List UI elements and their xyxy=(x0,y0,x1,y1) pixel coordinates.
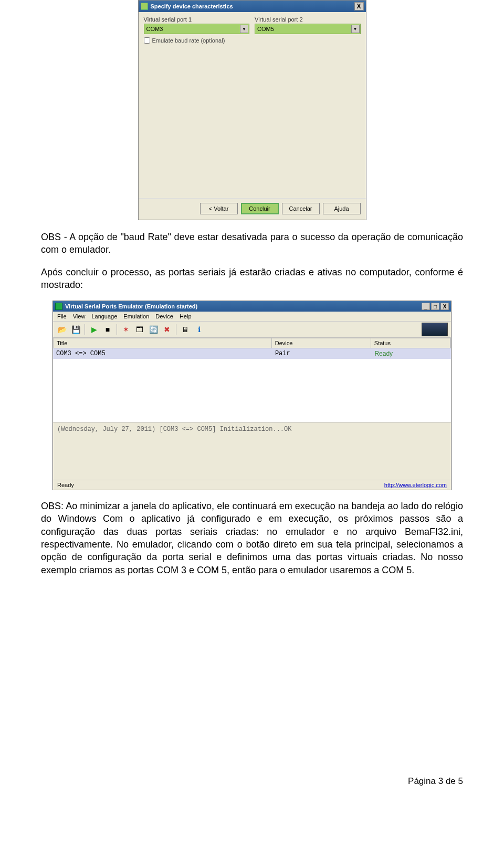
log-panel[interactable]: (Wednesday, July 27, 2011) [COM3 <=> COM… xyxy=(53,422,451,480)
device-list[interactable]: COM3 <=> COM5 Pair Ready xyxy=(53,348,451,422)
vspe-app-icon xyxy=(55,303,62,310)
vspe-titlebar[interactable]: Virtual Serial Ports Emulator (Emulation… xyxy=(53,301,451,312)
back-button[interactable]: < Voltar xyxy=(200,203,238,214)
statusbar: Ready http://www.eterlogic.com xyxy=(53,480,451,490)
close-icon[interactable]: X xyxy=(354,2,364,11)
info-icon[interactable]: ℹ xyxy=(193,324,205,335)
port2-label: Virtual serial port 2 xyxy=(255,16,361,23)
close-icon[interactable]: X xyxy=(440,303,449,310)
dialog1-titlebar[interactable]: Specify device characteristics X xyxy=(139,1,366,12)
stop-icon[interactable]: ■ xyxy=(102,324,113,335)
dialog-specify-device: Specify device characteristics X Virtual… xyxy=(138,0,366,220)
log-line: (Wednesday, July 27, 2011) [COM3 <=> COM… xyxy=(57,426,447,433)
menu-help[interactable]: Help xyxy=(180,313,192,319)
chevron-down-icon[interactable]: ▼ xyxy=(351,25,360,33)
row-title: COM3 <=> COM5 xyxy=(53,348,272,359)
menu-emulation[interactable]: Emulation xyxy=(123,313,149,319)
dialog1-blank-area xyxy=(144,44,361,196)
help-button[interactable]: Ajuda xyxy=(323,203,361,214)
paragraph-after-finish: Após concluir o processo, as portas seri… xyxy=(41,266,463,292)
menu-view[interactable]: View xyxy=(73,313,86,319)
paragraph-obs2: OBS: Ao minimizar a janela do aplicativo… xyxy=(41,500,463,576)
vspe-logo xyxy=(422,323,448,336)
port1-value: COM3 xyxy=(146,26,163,32)
col-device[interactable]: Device xyxy=(272,338,371,348)
chevron-down-icon[interactable]: ▼ xyxy=(240,25,248,33)
menu-device[interactable]: Device xyxy=(155,313,173,319)
reinit-icon[interactable]: 🔄 xyxy=(148,324,159,335)
finish-button[interactable]: Concluir xyxy=(241,203,279,214)
status-text: Ready xyxy=(57,482,74,488)
vspe-menubar: File View Language Emulation Device Help xyxy=(53,312,451,322)
row-status: Ready xyxy=(371,348,451,359)
delete-icon[interactable]: ✖ xyxy=(161,324,173,335)
menu-file[interactable]: File xyxy=(57,313,67,319)
emulate-baud-label: Emulate baud rate (optional) xyxy=(152,37,225,44)
emulate-baud-input[interactable] xyxy=(144,37,150,44)
vspe-title-text: Virtual Serial Ports Emulator (Emulation… xyxy=(65,303,197,309)
window-vspe: Virtual Serial Ports Emulator (Emulation… xyxy=(52,301,452,490)
device-properties-icon[interactable]: 🗔 xyxy=(134,324,145,335)
list-item[interactable]: COM3 <=> COM5 Pair Ready xyxy=(53,348,451,359)
menu-language[interactable]: Language xyxy=(91,313,117,319)
row-device: Pair xyxy=(272,348,372,359)
save-icon[interactable]: 💾 xyxy=(70,324,81,335)
dialog1-app-icon xyxy=(141,3,148,10)
port1-label: Virtual serial port 1 xyxy=(144,16,250,23)
dialog1-title-text: Specify device characteristics xyxy=(151,3,233,9)
cancel-button[interactable]: Cancelar xyxy=(282,203,320,214)
paragraph-obs1: OBS - A opção de "baud Rate" deve estar … xyxy=(41,231,463,256)
new-device-icon[interactable]: ✶ xyxy=(120,324,132,335)
col-title[interactable]: Title xyxy=(54,338,272,348)
port2-value: COM5 xyxy=(257,26,274,32)
minimize-icon[interactable]: _ xyxy=(422,303,430,310)
page-footer: Página 3 de 5 xyxy=(41,776,463,787)
vspe-toolbar: 📂 💾 ▶ ■ ✶ 🗔 🔄 ✖ 🖥 ℹ xyxy=(53,322,451,338)
play-icon[interactable]: ▶ xyxy=(88,324,100,335)
maximize-icon[interactable]: □ xyxy=(431,303,439,310)
col-status[interactable]: Status xyxy=(371,338,450,348)
port1-combo[interactable]: COM3 ▼ xyxy=(144,24,250,34)
list-header: Title Device Status xyxy=(53,338,451,348)
port2-combo[interactable]: COM5 ▼ xyxy=(255,24,361,34)
open-icon[interactable]: 📂 xyxy=(56,324,68,335)
emulate-baud-checkbox[interactable]: Emulate baud rate (optional) xyxy=(144,37,361,44)
status-link[interactable]: http://www.eterlogic.com xyxy=(384,482,447,488)
device-list-icon[interactable]: 🖥 xyxy=(180,324,191,335)
